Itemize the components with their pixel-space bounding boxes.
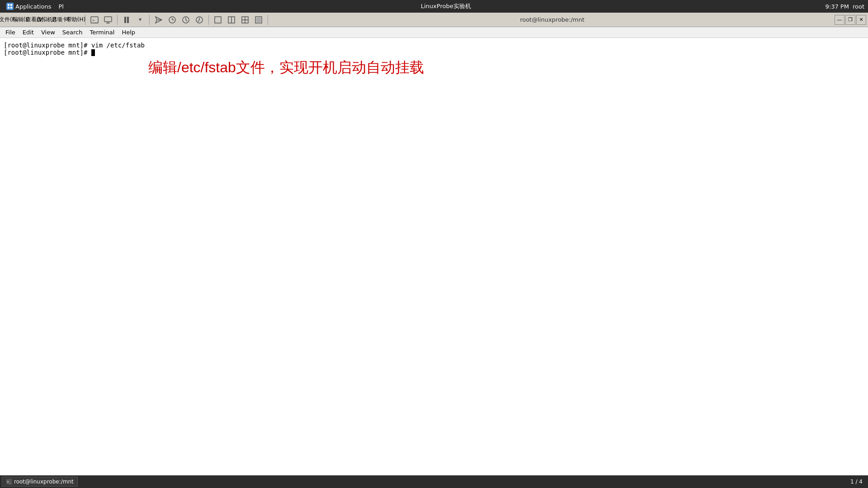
- svg-rect-6: [104, 17, 112, 22]
- places-button[interactable]: Pl: [56, 2, 66, 11]
- send-button[interactable]: [152, 14, 165, 26]
- help-menu-label: 帮助(H): [66, 16, 85, 23]
- toolbar-separator-1: [85, 15, 85, 25]
- taskbar: >_ root@linuxprobe:/mnt 1 / 4: [0, 475, 868, 488]
- svg-line-16: [186, 20, 187, 21]
- terminal-line-1: [root@linuxprobe mnt]# vim /etc/fstab: [4, 42, 864, 49]
- terminal-menu[interactable]: Terminal: [86, 28, 118, 37]
- layout2-button[interactable]: [225, 14, 238, 26]
- layout2-icon: [227, 16, 236, 24]
- minimize-icon: —: [837, 17, 842, 23]
- view-menu[interactable]: View: [38, 28, 59, 37]
- applications-icon: [6, 3, 14, 10]
- system-bar-center: LinuxProbe实验机: [415, 2, 476, 10]
- annotation-text: 编辑/etc/fstab文件，实现开机启动自动挂载: [148, 58, 864, 78]
- layout4-button[interactable]: [252, 14, 265, 26]
- page-info: 1 / 4: [850, 479, 863, 485]
- taskbar-right: 1 / 4: [850, 479, 866, 485]
- svg-line-19: [198, 20, 199, 22]
- layout4-icon: [255, 16, 263, 24]
- terminal-content[interactable]: [root@linuxprobe mnt]# vim /etc/fstab [r…: [0, 38, 868, 475]
- taskbar-terminal-label: root@linuxprobe:/mnt: [14, 479, 74, 485]
- history-icon: [168, 16, 176, 24]
- layout1-button[interactable]: [212, 14, 224, 26]
- clock-icon: [182, 16, 190, 24]
- terminal-toolbar: 文件(F) 编辑(E) 查看(V) 虚拟机(M) 选项卡(I) 帮助(H) >_: [0, 13, 868, 27]
- user-label: root: [853, 3, 864, 10]
- terminal-icon: >_: [90, 16, 99, 24]
- history-button[interactable]: [166, 14, 179, 26]
- search-menu[interactable]: Search: [59, 28, 86, 37]
- layout3-icon: [241, 16, 249, 24]
- time2-button[interactable]: [193, 14, 206, 26]
- time2-icon: [195, 16, 203, 24]
- layout1-icon: [214, 16, 222, 24]
- close-icon: ✕: [859, 17, 863, 23]
- monitor-icon-button[interactable]: [102, 14, 114, 26]
- clock-button[interactable]: [179, 14, 192, 26]
- command-1: vim /etc/fstab: [91, 42, 145, 49]
- cursor: [91, 49, 95, 56]
- svg-rect-20: [215, 17, 221, 23]
- pause-button[interactable]: [120, 14, 133, 26]
- prompt-1: [root@linuxprobe mnt]#: [4, 42, 91, 49]
- restore-button[interactable]: ❐: [845, 15, 855, 25]
- close-button[interactable]: ✕: [856, 15, 866, 25]
- svg-rect-2: [8, 7, 9, 9]
- monitor-icon: [104, 16, 112, 24]
- svg-rect-27: [256, 18, 261, 22]
- window-controls: — ❐ ✕: [835, 15, 866, 25]
- taskbar-left: >_ root@linuxprobe:/mnt: [2, 477, 78, 487]
- toolbar-separator-4: [208, 15, 209, 25]
- help-menu[interactable]: Help: [118, 28, 139, 37]
- layout3-button[interactable]: [239, 14, 251, 26]
- svg-rect-3: [10, 7, 12, 9]
- applications-button[interactable]: Applications: [4, 2, 54, 11]
- toolbar-separator-5: [268, 15, 268, 25]
- pause-dropdown-button[interactable]: ▼: [134, 14, 146, 26]
- file-menu[interactable]: File: [2, 28, 19, 37]
- time-label: 9:37 PM: [826, 3, 849, 10]
- edit-menu[interactable]: Edit: [19, 28, 38, 37]
- toolbar-separator-3: [149, 15, 150, 25]
- system-bar-right: 9:37 PM root: [826, 3, 864, 10]
- minimize-button[interactable]: —: [835, 15, 844, 25]
- dropdown-arrow-icon: ▼: [139, 18, 142, 22]
- svg-text:>_: >_: [92, 18, 97, 23]
- taskbar-terminal-button[interactable]: >_ root@linuxprobe:/mnt: [2, 477, 78, 487]
- terminal-icon-button[interactable]: >_: [88, 14, 101, 26]
- menu-bar: File Edit View Search Terminal Help: [0, 27, 868, 38]
- taskbar-terminal-icon: >_: [6, 479, 12, 485]
- svg-rect-1: [10, 4, 12, 6]
- applications-label: Applications: [15, 3, 51, 10]
- pause-icon: [124, 17, 129, 23]
- restore-icon: ❐: [848, 17, 853, 23]
- terminal-line-2: [root@linuxprobe mnt]#: [4, 49, 864, 56]
- toolbar-separator-2: [117, 15, 118, 25]
- send-icon: [155, 16, 163, 24]
- help-menu-button[interactable]: 帮助(H): [70, 14, 82, 26]
- svg-rect-0: [8, 4, 9, 6]
- system-bar-left: Applications Pl: [4, 2, 66, 11]
- system-bar: Applications Pl LinuxProbe实验机 9:37 PM ro…: [0, 0, 868, 13]
- machine-name-label: LinuxProbe实验机: [421, 2, 471, 10]
- toolbar-title: root@linuxprobe:/mnt: [271, 16, 834, 23]
- svg-text:>_: >_: [7, 480, 11, 484]
- prompt-2: [root@linuxprobe mnt]#: [4, 49, 91, 56]
